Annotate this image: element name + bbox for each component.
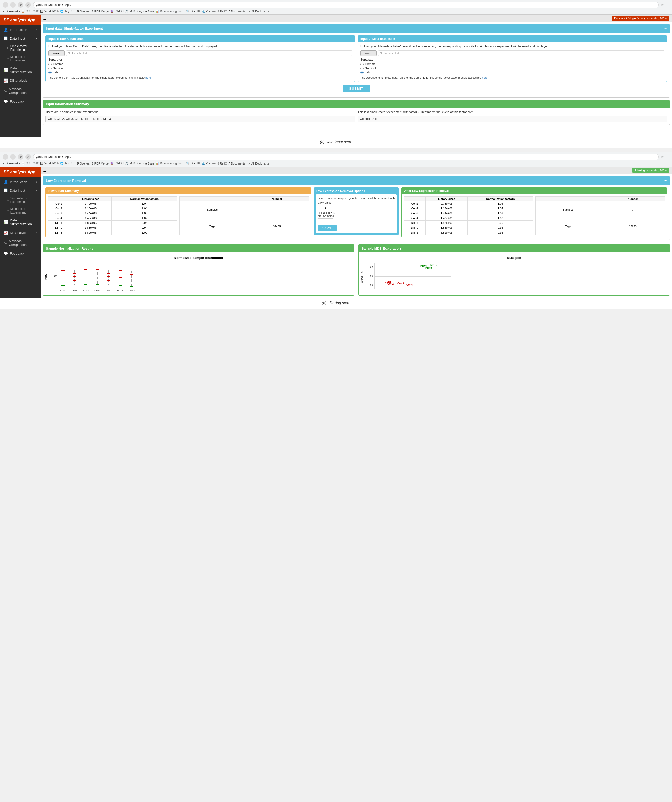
sidebar-subitem-single-factor[interactable]: Single-factor Experiment <box>0 43 40 53</box>
bookmark-mp3-2[interactable]: 🎵 Mp3 Songs <box>125 162 144 165</box>
info-left-text: There are 7 samples in the experiment: <box>45 110 355 114</box>
bookmark-all-2[interactable]: All Bookmarks <box>251 162 269 165</box>
sidebar-item-methods-comparison[interactable]: ⚖ Methods Comparison <box>0 85 40 97</box>
bookmark-vandalweb-2[interactable]: 🔲 VandalWeb <box>40 162 59 165</box>
radio-semicolon-2[interactable]: Semicolon <box>360 66 664 70</box>
forward-btn-2[interactable]: → <box>10 154 16 160</box>
svg-text:0.5: 0.5 <box>370 266 373 268</box>
browse-btn-2[interactable]: Browse... <box>360 50 377 56</box>
info-right-text: This is a single-factor experiment with … <box>358 110 667 114</box>
demo-text-1: The demo file of 'Raw Count Data' for th… <box>48 76 352 79</box>
radio-comma-1[interactable]: Comma <box>48 63 352 66</box>
forward-btn[interactable]: → <box>10 2 16 8</box>
bookmark-docs[interactable]: A Documents <box>228 10 245 13</box>
bookmark-tinyurl[interactable]: 🌐 TinyURL <box>60 10 75 13</box>
bookmark-pdfmerge[interactable]: S PDF Merge <box>92 10 109 13</box>
bookmark-tinyurl-2[interactable]: 🌐 TinyURL <box>60 162 75 165</box>
bookmark-visflow-2[interactable]: 🌊 VisFlow <box>202 162 215 165</box>
radio-input-comma-2[interactable] <box>360 63 364 66</box>
sidebar-item-data-summarization[interactable]: 📊 Data Summarization <box>0 64 40 76</box>
bookmark-relational[interactable]: 📊 Relational algebra... <box>156 10 185 13</box>
bookmark-slate-2[interactable]: ■ Slate <box>145 162 154 165</box>
bookmark-overleaf-2[interactable]: Ø Overleaf <box>77 162 90 165</box>
demo-text-2: The corresponding 'Meta-data Table' of t… <box>360 76 664 79</box>
svg-text:Con4: Con4 <box>406 283 413 286</box>
radio-input-semicolon-1[interactable] <box>48 67 52 70</box>
col-norm-factor-ar: Normalization factors <box>468 197 533 201</box>
low-expr-collapse-btn[interactable]: − <box>664 178 667 183</box>
panel-collapse-btn[interactable]: − <box>664 26 667 31</box>
at-least-label: at least in <box>318 211 330 214</box>
demo-link-2[interactable]: here <box>482 76 487 79</box>
bookmark-ccs-2[interactable]: 📋 CCS 2012 <box>21 162 39 165</box>
bookmark-swish-2[interactable]: 🔮 SWISH <box>110 162 124 165</box>
radio-input-semicolon-2[interactable] <box>360 67 364 70</box>
sidebar-item-de-analysis[interactable]: 📈 DE analysis › <box>0 76 40 85</box>
sidebar2-item-introduction[interactable]: 👤 Introduction › <box>0 178 40 186</box>
bookmark-swish[interactable]: 🔮 SWISH <box>110 10 124 13</box>
url-bar[interactable] <box>33 2 659 8</box>
bookmark-ccs[interactable]: 📋 CCS 2012 <box>21 10 39 13</box>
radio-comma-2[interactable]: Comma <box>360 63 664 66</box>
bookmark-all[interactable]: All Bookmarks <box>251 10 269 13</box>
hamburger-btn-2[interactable]: ☰ <box>43 168 47 173</box>
sidebar2-item-feedback[interactable]: 💬 Feedback <box>0 249 40 258</box>
browse-btn-1[interactable]: Browse... <box>48 50 65 56</box>
bookmarks-label-2[interactable]: ★ Bookmarks <box>3 162 20 165</box>
radio-input-comma-1[interactable] <box>48 63 52 66</box>
cpm-input[interactable] <box>318 205 333 210</box>
bookmarks-label[interactable]: ★ Bookmarks <box>3 10 20 13</box>
radio-tab-2[interactable]: Tab <box>360 71 664 74</box>
sidebar-item-data-input[interactable]: 📄 Data Input ∨ <box>0 34 40 43</box>
radio-input-tab-1[interactable] <box>48 71 52 74</box>
radio-input-tab-2[interactable] <box>360 71 364 74</box>
bookmark-deepir-2[interactable]: 🔍 DeepIR <box>186 162 200 165</box>
table-row: DHT11.82e+060.95 <box>404 221 533 225</box>
home-btn-2[interactable]: ⌂ <box>25 154 31 160</box>
user-icon-2: 👤 <box>3 180 8 184</box>
bookmark-vandalweb[interactable]: 🔲 VandalWeb <box>40 10 59 13</box>
top-status-bar: ☰ Data input (single-factor) processing … <box>40 15 672 22</box>
sidebar-item-introduction[interactable]: 👤 Introduction › <box>0 25 40 34</box>
file-icon-2: 📄 <box>3 188 8 192</box>
raw-count-header: Raw Count Summary <box>46 188 311 194</box>
refresh-btn-2[interactable]: ↻ <box>18 154 23 160</box>
back-btn[interactable]: ← <box>3 2 8 8</box>
radio-semicolon-1[interactable]: Semicolon <box>48 66 352 70</box>
demo-link-1[interactable]: here <box>145 76 151 79</box>
bookmark-docs-2[interactable]: A Documents <box>228 162 245 165</box>
no-samples-input[interactable] <box>318 218 333 223</box>
radio-tab-1[interactable]: Tab <box>48 71 352 74</box>
sidebar2-item-de-analysis[interactable]: 📈 DE analysis › <box>0 228 40 237</box>
sidebar-subitem-multi-factor[interactable]: Multi-factor Experiment <box>0 53 40 64</box>
table-row: DHT21.83e+060.95 <box>404 225 533 230</box>
bookmark-deepir[interactable]: 🔍 DeepIR <box>186 10 200 13</box>
refresh-btn[interactable]: ↻ <box>18 2 23 8</box>
sidebar2-item-methods-comparison[interactable]: ⚖ Methods Comparison <box>0 237 40 249</box>
bookmark-mp3[interactable]: 🎵 Mp3 Songs <box>125 10 144 13</box>
sample-norm-header: Sample Normalization Results <box>43 244 354 252</box>
le-submit-btn[interactable]: SUBMIT <box>318 225 337 231</box>
bookmark-more[interactable]: >> <box>246 10 250 13</box>
sample-mds-card: Sample MDS Exploration MDS plot of log2 … <box>358 244 670 296</box>
sidebar2-item-data-input[interactable]: 📄 Data Input ∨ <box>0 186 40 195</box>
bookmark-reliq-2[interactable]: ® ReliQ <box>217 162 227 165</box>
table-row: Con31.44e+061.03 <box>404 211 533 216</box>
bookmark-pdfmerge-2[interactable]: S PDF Merge <box>92 162 109 165</box>
sidebar-item-feedback[interactable]: 💬 Feedback <box>0 97 40 106</box>
sidebar2-subitem-multi-factor[interactable]: Multi-factor Experiment <box>0 205 40 216</box>
low-expr-options-container: Low Expression Removal Options Low expre… <box>314 188 399 238</box>
bookmark-slate[interactable]: ■ Slate <box>145 10 154 13</box>
bookmark-reliq[interactable]: ® ReliQ <box>217 10 227 13</box>
bookmark-visflow[interactable]: 🌊 VisFlow <box>202 10 215 13</box>
home-btn[interactable]: ⌂ <box>25 2 31 8</box>
submit-button-1[interactable]: SUBMIT <box>343 84 369 92</box>
back-btn-2[interactable]: ← <box>3 154 8 160</box>
bookmark-overleaf[interactable]: Ø Overleaf <box>77 10 90 13</box>
bookmark-relational-2[interactable]: 📊 Relational algebra... <box>156 162 185 165</box>
sidebar2-subitem-single-factor[interactable]: Single-factor Experiment <box>0 195 40 205</box>
sidebar2-item-data-summarization[interactable]: 📊 Data Summarization <box>0 216 40 228</box>
hamburger-btn[interactable]: ☰ <box>43 16 47 21</box>
url-bar-2[interactable] <box>33 154 659 160</box>
bookmark-more-2[interactable]: >> <box>246 162 250 165</box>
